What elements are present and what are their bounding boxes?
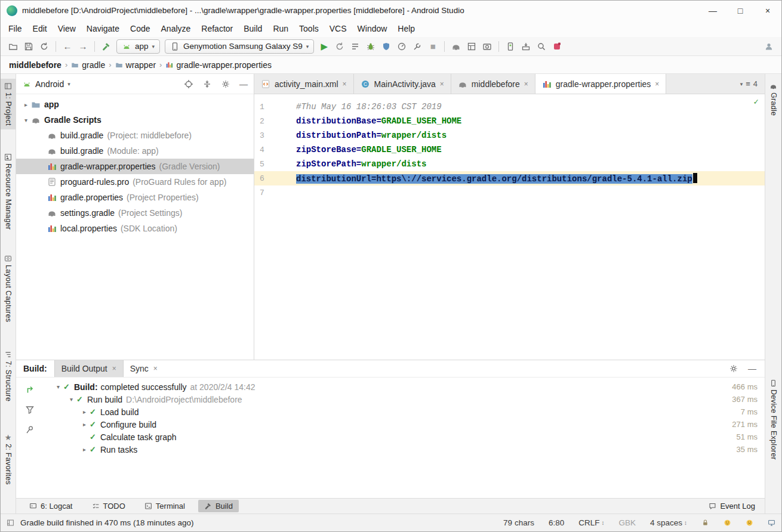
minimize-button[interactable]: — (699, 1, 726, 20)
close-icon[interactable]: × (343, 80, 347, 88)
tab-activity-main-xml[interactable]: activity_main.xml × (254, 74, 354, 94)
run-config-combo[interactable]: app ▾ (116, 39, 160, 54)
build-row-run-build[interactable]: ▾ ✓ Run build D:\AndroidProject\middlebe… (44, 393, 765, 406)
build-settings-button[interactable] (729, 364, 738, 373)
collapse-all-button[interactable] (202, 79, 212, 89)
run-button[interactable]: ▶ (316, 39, 332, 54)
stripe-tab-device-file-explorer[interactable]: Device File Explorer (765, 376, 781, 463)
avd-manager-button[interactable] (503, 39, 518, 54)
menu-run[interactable]: Run (267, 22, 294, 35)
menu-tools[interactable]: Tools (294, 22, 324, 35)
build-row-run-tasks[interactable]: ▸ ✓ Run tasks 35 ms (44, 443, 765, 456)
gradle-sync-button[interactable] (448, 39, 464, 54)
attach-profiler-button[interactable] (410, 39, 425, 54)
pin-button[interactable] (25, 425, 35, 435)
chevron-right-icon[interactable]: ▸ (79, 409, 90, 415)
caret-position-widget[interactable]: 6:80 (549, 518, 564, 527)
close-button[interactable]: × (754, 1, 781, 20)
menu-help[interactable]: Help (392, 22, 420, 35)
menu-vcs[interactable]: VCS (324, 22, 352, 35)
profile-apk-button[interactable] (549, 39, 565, 54)
stripe-tab-project[interactable]: 1: Project (1, 79, 16, 129)
editor-line-2[interactable]: 2 distributionBase=GRADLE_USER_HOME (254, 114, 765, 128)
chevron-right-icon[interactable]: ▸ (79, 421, 90, 428)
tab-build-output[interactable]: Build Output × (54, 360, 124, 377)
tree-item-build-gradle-project[interactable]: build.gradle (Project: middlebefore) (16, 128, 254, 143)
toolwindow-tab-logcat[interactable]: 6: Logcat (23, 500, 79, 512)
toolwindow-toggle-button[interactable] (7, 519, 14, 527)
breadcrumb-item-gradle[interactable]: gradle (71, 60, 105, 70)
stripe-tab-resource-manager[interactable]: Resource Manager (1, 150, 16, 233)
menu-window[interactable]: Window (352, 22, 393, 35)
readonly-lock-button[interactable] (701, 519, 709, 527)
account-button[interactable] (761, 39, 777, 54)
run-with-coverage-button[interactable] (347, 39, 363, 54)
stripe-tab-layout-captures[interactable]: Layout Captures (1, 251, 16, 326)
editor-line-3[interactable]: 3 distributionPath=wrapper/dists (254, 128, 765, 143)
toolwindow-tab-build[interactable]: Build (198, 500, 239, 512)
chevron-right-icon[interactable]: ▸ (21, 101, 31, 108)
sync-button[interactable] (36, 39, 52, 54)
toolwindow-tab-terminal[interactable]: Terminal (138, 500, 191, 512)
make-project-button[interactable] (98, 39, 114, 54)
hide-panel-button[interactable]: — (239, 79, 248, 89)
tree-item-gradle-scripts[interactable]: ▾ Gradle Scripts (16, 112, 254, 128)
stripe-tab-favorites[interactable]: ★ 2: Favorites (1, 430, 16, 488)
rerun-build-button[interactable] (25, 385, 35, 394)
hide-build-panel-button[interactable]: — (748, 364, 756, 373)
layout-inspector-button[interactable] (464, 39, 479, 54)
editor-line-5[interactable]: 5 zipStorePath=wrapper/dists (254, 157, 765, 171)
tree-item-build-gradle-module[interactable]: build.gradle (Module: app) (16, 143, 254, 159)
editor-body[interactable]: ✓ 1 #Thu May 16 18:26:03 CST 2019 2 dist… (254, 94, 765, 360)
status-message[interactable]: Gradle build finished in 470 ms (18 minu… (20, 518, 193, 527)
tree-item-local-properties[interactable]: local.properties (SDK Location) (16, 221, 254, 236)
event-log-button[interactable]: Event Log (709, 502, 761, 511)
save-all-button[interactable] (21, 39, 36, 54)
feedback-sad-button[interactable] (746, 519, 753, 527)
tab-middlebefore[interactable]: middlebefore × (451, 74, 535, 94)
editor-line-4[interactable]: 4 zipStoreBase=GRADLE_USER_HOME (254, 143, 765, 157)
editor-line-6-selected[interactable]: 6 distributionUrl=https\://services.grad… (254, 171, 765, 185)
back-button[interactable]: ← (60, 39, 75, 54)
tree-item-gradle-properties[interactable]: gradle.properties (Project Properties) (16, 190, 254, 205)
menu-analyze[interactable]: Analyze (156, 22, 196, 35)
hidden-tabs-control[interactable]: ▾ ≡ 4 (733, 74, 765, 94)
capture-button[interactable] (479, 39, 495, 54)
tab-sync[interactable]: Sync × (124, 360, 164, 377)
menu-refactor[interactable]: Refactor (196, 22, 238, 35)
feedback-happy-button[interactable] (723, 519, 731, 527)
build-row-completed[interactable]: ▾ ✓ Build: completed successfully at 202… (44, 381, 765, 393)
open-file-button[interactable] (5, 39, 21, 54)
breadcrumb-item-project[interactable]: middlebefore (9, 60, 61, 70)
line-separator-widget[interactable]: CRLF↕ (578, 518, 604, 527)
attach-debugger-button[interactable] (378, 39, 394, 54)
close-icon[interactable]: × (440, 80, 444, 88)
menu-navigate[interactable]: Navigate (81, 22, 125, 35)
locate-file-button[interactable] (184, 79, 193, 89)
debug-button[interactable] (363, 39, 378, 54)
filter-button[interactable] (25, 405, 35, 415)
tab-main-activity-java[interactable]: C MainActivity.java × (354, 74, 451, 94)
sdk-manager-button[interactable] (518, 39, 534, 54)
apply-changes-button[interactable] (332, 39, 347, 54)
editor-line-1[interactable]: 1 #Thu May 16 18:26:03 CST 2019 (254, 100, 765, 114)
chevron-down-icon[interactable]: ▾ (21, 117, 31, 123)
stripe-tab-gradle[interactable]: Gradle (765, 79, 781, 119)
tree-item-settings-gradle[interactable]: settings.gradle (Project Settings) (16, 205, 254, 221)
menu-build[interactable]: Build (238, 22, 267, 35)
stripe-tab-structure[interactable]: 7: Structure (1, 347, 16, 405)
close-icon[interactable]: × (112, 364, 116, 373)
project-view-selector[interactable]: Android (35, 79, 64, 89)
build-row-calculate-task-graph[interactable]: ✓ Calculate task graph 51 ms (44, 431, 765, 443)
build-row-configure-build[interactable]: ▸ ✓ Configure build 271 ms (44, 418, 765, 431)
editor-line-7[interactable]: 7 (254, 185, 765, 200)
menu-view[interactable]: View (53, 22, 81, 35)
encoding-widget[interactable]: GBK (618, 518, 636, 527)
indent-widget[interactable]: 4 spaces↕ (650, 518, 687, 527)
menu-file[interactable]: File (3, 22, 27, 35)
chevron-right-icon[interactable]: ▸ (79, 446, 90, 453)
breadcrumb-item-wrapper[interactable]: wrapper (115, 60, 156, 70)
forward-button[interactable]: → (75, 39, 91, 54)
chevron-down-icon[interactable]: ▾ (66, 396, 76, 403)
tab-gradle-wrapper-properties[interactable]: gradle-wrapper.properties × (535, 74, 667, 94)
